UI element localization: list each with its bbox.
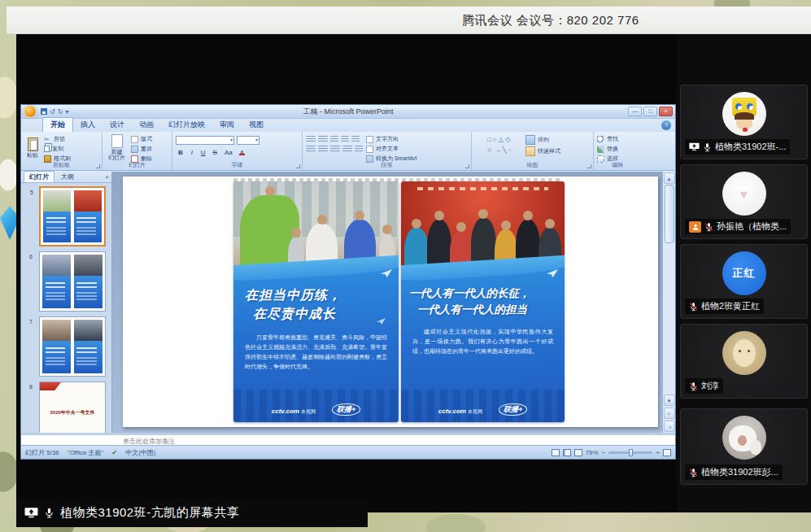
- slide-thumbnail-5[interactable]: 5: [39, 186, 106, 246]
- maximize-button[interactable]: □: [643, 107, 657, 116]
- replace-button[interactable]: 替换: [597, 145, 618, 153]
- shapes-gallery[interactable]: □ ○ △ ◇: [475, 136, 522, 144]
- underline-button[interactable]: U: [198, 147, 208, 156]
- poster-logos: cctv.com央视网 联播+: [401, 402, 565, 416]
- poster-body: 只要青年都勇挑重担、勇克难关、勇斗风险，中国特色社会主义就能充满活力、充满后劲、…: [245, 333, 387, 372]
- pane-tab-slides[interactable]: 幻灯片: [24, 171, 55, 182]
- justify-icon[interactable]: [342, 146, 352, 153]
- save-icon[interactable]: [41, 108, 47, 115]
- tab-slideshow[interactable]: 幻灯片放映: [161, 118, 212, 132]
- undo-icon[interactable]: ↺: [50, 108, 55, 116]
- scrollbar-thumb[interactable]: [665, 185, 674, 243]
- tab-review[interactable]: 审阅: [212, 118, 242, 132]
- indent-increase-icon[interactable]: [341, 136, 349, 143]
- vertical-scrollbar[interactable]: ▲ ▼ « «: [662, 172, 675, 433]
- close-button[interactable]: ×: [659, 107, 673, 116]
- language-indicator: 中文(中国): [125, 448, 155, 457]
- copy-button[interactable]: 复制: [44, 145, 71, 153]
- zoom-in-icon[interactable]: +: [656, 449, 660, 456]
- minimize-button[interactable]: —: [628, 107, 642, 116]
- zoom-slider-thumb[interactable]: [629, 449, 633, 456]
- participant-tile[interactable]: 刘淳: [680, 324, 808, 399]
- dialog-launcher-icon[interactable]: [587, 164, 591, 168]
- tab-animations[interactable]: 动画: [132, 118, 161, 132]
- poster-blue-section: 在担当中历练，在尽责中成长 只要青年都勇挑重担、勇克难关、勇斗风险，中国特色社会…: [233, 266, 399, 422]
- quick-styles-button[interactable]: 快速样式: [525, 146, 560, 156]
- text-direction-button[interactable]: 文字方向: [366, 135, 417, 143]
- spellcheck-icon[interactable]: ✔: [111, 449, 117, 456]
- slide-canvas[interactable]: 在担当中历练，在尽责中成长 只要青年都勇挑重担、勇克难关、勇斗风险，中国特色社会…: [123, 177, 658, 427]
- slide-thumbnail-6[interactable]: 6: [39, 251, 106, 312]
- layout-icon: [131, 136, 138, 143]
- tab-insert[interactable]: 插入: [73, 118, 102, 132]
- cctv-logo: cctv.com: [438, 408, 466, 415]
- shapes-gallery[interactable]: ☆ → ╲ ◦: [475, 146, 522, 155]
- align-right-icon[interactable]: [330, 146, 340, 153]
- columns-icon[interactable]: [355, 146, 363, 153]
- fit-to-window-icon[interactable]: [663, 449, 671, 456]
- participant-tile[interactable]: ♥ 孙振艳（植物类...: [680, 164, 808, 239]
- font-size-combo[interactable]: [237, 136, 259, 145]
- zoom-slider[interactable]: [608, 451, 652, 454]
- align-left-icon[interactable]: [306, 146, 316, 153]
- scroll-up-icon[interactable]: ▲: [664, 172, 675, 184]
- font-color-button[interactable]: A: [238, 147, 246, 156]
- screen-share-icon: [24, 507, 38, 519]
- dialog-launcher-icon[interactable]: [465, 164, 469, 168]
- poster-body: 建成社会主义现代化强国，实现中华民族伟大复兴，是一场接力跑。我们有决心为青年跑出…: [412, 327, 553, 356]
- tab-view[interactable]: 视图: [242, 118, 271, 132]
- line-spacing-icon[interactable]: [351, 136, 360, 143]
- align-text-button[interactable]: 对齐文本: [366, 145, 417, 153]
- new-slide-button[interactable]: 新建幻灯片: [106, 134, 128, 161]
- group-font: B I U S Aa A 字体: [172, 132, 303, 170]
- scroll-down-icon[interactable]: ▼: [664, 395, 675, 406]
- help-icon[interactable]: ?: [661, 120, 671, 130]
- ppt-titlebar[interactable]: ↺ ↻ ▾ 工稿 - Microsoft PowerPoint — □ ×: [21, 105, 675, 119]
- tab-design[interactable]: 设计: [102, 118, 132, 132]
- participant-tile[interactable]: 正红 植物2班黄正红: [680, 244, 808, 319]
- arrange-button[interactable]: 排列: [525, 135, 560, 145]
- bold-button[interactable]: B: [176, 147, 185, 156]
- slideshow-view-icon[interactable]: [574, 449, 582, 456]
- bullets-icon[interactable]: [306, 136, 316, 143]
- group-label-clipboard: 剪贴板: [21, 161, 102, 169]
- next-slide-button[interactable]: «: [664, 421, 675, 432]
- participant-namebar: 植物类31902班-...: [685, 139, 790, 155]
- participant-tile[interactable]: 植物类31902班-...: [680, 85, 808, 159]
- thumb-poster: [74, 190, 102, 242]
- pane-tab-outline[interactable]: 大纲: [56, 172, 79, 182]
- slide-thumbnail-7[interactable]: 7: [39, 316, 106, 377]
- tab-home[interactable]: 开始: [42, 117, 73, 132]
- cut-button[interactable]: ✂剪切: [44, 135, 71, 143]
- office-button-icon[interactable]: [24, 105, 37, 118]
- thumb-poster: [42, 255, 71, 308]
- find-button[interactable]: 查找: [597, 135, 618, 143]
- previous-slide-button[interactable]: «: [664, 408, 675, 419]
- reset-button[interactable]: 重设: [131, 145, 152, 153]
- dialog-launcher-icon[interactable]: [296, 164, 300, 168]
- paste-button[interactable]: 粘贴: [24, 134, 41, 161]
- normal-view-icon[interactable]: [552, 449, 560, 456]
- italic-button[interactable]: I: [188, 147, 196, 156]
- strikethrough-button[interactable]: S: [211, 147, 220, 156]
- participant-tile[interactable]: 植物类31902班彭...: [680, 408, 808, 485]
- slide-sorter-view-icon[interactable]: [563, 449, 571, 456]
- numbering-icon[interactable]: [318, 136, 328, 143]
- layout-button[interactable]: 版式: [131, 135, 152, 143]
- change-case-button[interactable]: Aa: [222, 147, 235, 156]
- pane-close-icon[interactable]: ×: [105, 173, 109, 181]
- zoom-out-icon[interactable]: −: [602, 449, 606, 456]
- font-name-combo[interactable]: [176, 136, 234, 145]
- qat-dropdown-icon[interactable]: ▾: [65, 108, 68, 116]
- lianbo-logo: 联播+: [498, 403, 528, 416]
- participant-name: 植物类31902班彭...: [701, 466, 778, 478]
- align-center-icon[interactable]: [318, 146, 328, 153]
- clipboard-icon: [28, 137, 38, 151]
- window-controls: — □ ×: [628, 107, 673, 116]
- mic-on-icon: [44, 507, 55, 519]
- redo-icon[interactable]: ↻: [58, 108, 63, 116]
- dialog-launcher-icon[interactable]: [96, 164, 100, 168]
- avatar: ♥: [722, 172, 766, 216]
- ribbon-tab-row: 开始 插入 设计 动画 幻灯片放映 审阅 视图: [21, 119, 675, 132]
- indent-decrease-icon[interactable]: [330, 136, 338, 143]
